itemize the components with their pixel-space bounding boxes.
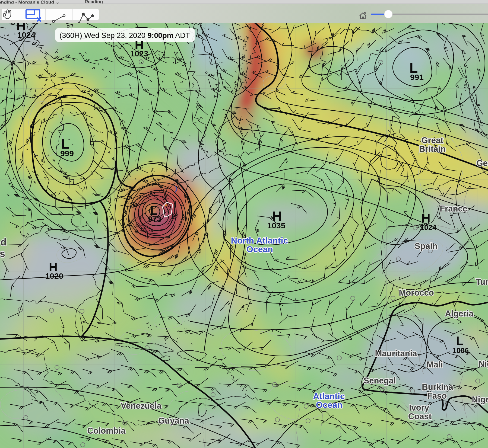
- svg-text:Great: Great: [422, 136, 443, 145]
- svg-text:Mauritania: Mauritania: [375, 349, 417, 358]
- svg-text:999: 999: [60, 149, 74, 158]
- svg-text:Tuni: Tuni: [476, 277, 488, 287]
- svg-text:1023: 1023: [130, 49, 148, 58]
- svg-text:Colombia: Colombia: [87, 426, 126, 436]
- svg-text:d: d: [1, 236, 7, 248]
- svg-text:1024: 1024: [420, 223, 436, 232]
- svg-text:L: L: [456, 334, 464, 347]
- svg-text:Spain: Spain: [415, 241, 438, 251]
- svg-text:Ocean: Ocean: [246, 244, 273, 254]
- svg-text:Niger: Niger: [472, 395, 488, 404]
- svg-text:Ivory: Ivory: [409, 403, 429, 412]
- svg-text:Burkina: Burkina: [422, 382, 453, 392]
- svg-text:Morocco: Morocco: [399, 288, 434, 297]
- svg-text:(360H) Wed Sep 23, 2020 9:00pm: (360H) Wed Sep 23, 2020 9:00pm ADT: [59, 31, 190, 40]
- svg-text:Britain: Britain: [419, 144, 446, 154]
- svg-text:1035: 1035: [267, 221, 286, 230]
- svg-text:1024: 1024: [17, 30, 36, 39]
- svg-text:Faso: Faso: [427, 391, 447, 401]
- svg-text:973: 973: [148, 215, 161, 223]
- svg-text:North Atlantic: North Atlantic: [231, 236, 288, 245]
- svg-text:Ocean: Ocean: [316, 400, 343, 410]
- svg-text:H: H: [421, 211, 430, 225]
- svg-text:s: s: [0, 248, 5, 259]
- svg-text:Senegal: Senegal: [364, 376, 396, 385]
- svg-text:991: 991: [410, 73, 424, 82]
- svg-text:Atlantic: Atlantic: [313, 391, 345, 401]
- svg-text:France: France: [440, 204, 467, 213]
- svg-text:Venezuela: Venezuela: [121, 401, 162, 411]
- svg-text:1006: 1006: [452, 347, 469, 355]
- svg-text:Nig: Nig: [479, 359, 488, 369]
- svg-text:Guyana: Guyana: [158, 416, 189, 425]
- svg-text:Algeria: Algeria: [445, 309, 474, 318]
- svg-text:Coast: Coast: [408, 412, 432, 421]
- svg-text:Mali: Mali: [427, 360, 443, 369]
- svg-text:Ger: Ger: [476, 158, 488, 168]
- svg-text:1020: 1020: [45, 271, 64, 280]
